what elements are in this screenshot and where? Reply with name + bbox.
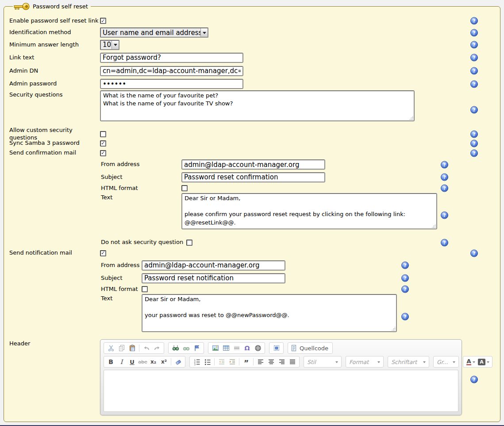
notification-text-textarea[interactable]: Dear Sir or Madam, your password was res… bbox=[142, 294, 397, 332]
help-icon[interactable]: ? bbox=[470, 106, 478, 114]
notification-html-format-checkbox[interactable] bbox=[142, 286, 148, 292]
strikethrough-button[interactable]: abe bbox=[138, 357, 148, 367]
help-icon[interactable]: ? bbox=[470, 376, 478, 383]
help-icon[interactable]: ? bbox=[470, 149, 478, 157]
align-left-icon[interactable] bbox=[255, 357, 265, 367]
replace-icon[interactable] bbox=[181, 343, 191, 353]
send-confirmation-mail-checkbox[interactable]: ✓ bbox=[100, 150, 106, 156]
help-icon[interactable]: ? bbox=[401, 262, 409, 269]
style-combo[interactable]: Stil bbox=[304, 356, 342, 368]
notification-from-label: From address bbox=[101, 262, 142, 269]
notification-subject-field[interactable] bbox=[142, 273, 285, 283]
italic-button[interactable]: I bbox=[116, 357, 127, 367]
align-justify-icon[interactable] bbox=[287, 357, 297, 367]
image-icon[interactable] bbox=[210, 343, 220, 353]
superscript-button[interactable]: x² bbox=[159, 357, 169, 367]
row-security-questions: Security questions What is the name of y… bbox=[9, 90, 498, 129]
bulleted-list-icon[interactable] bbox=[202, 357, 212, 367]
security-questions-textarea[interactable]: What is the name of your favourite pet? … bbox=[100, 90, 415, 121]
confirmation-from-field[interactable] bbox=[181, 159, 325, 170]
special-character-icon[interactable]: Ω bbox=[242, 343, 252, 353]
resize-handle-icon[interactable] bbox=[391, 326, 396, 331]
colors-group: A A bbox=[463, 356, 492, 368]
help-icon[interactable]: ? bbox=[470, 139, 478, 147]
allow-custom-questions-checkbox[interactable] bbox=[100, 131, 106, 137]
help-icon[interactable]: ? bbox=[401, 275, 409, 282]
help-icon[interactable]: ? bbox=[470, 17, 478, 25]
resize-handle-icon[interactable] bbox=[431, 224, 436, 228]
row-confirmation-from: From address ? bbox=[9, 158, 498, 171]
help-icon[interactable]: ? bbox=[401, 313, 409, 321]
source-button-label[interactable]: Quellcode bbox=[298, 345, 331, 352]
indent-icon[interactable] bbox=[227, 357, 237, 367]
send-notification-mail-checkbox[interactable]: ✓ bbox=[100, 250, 106, 256]
redo-icon[interactable] bbox=[152, 343, 162, 353]
help-icon[interactable]: ? bbox=[470, 130, 478, 138]
undo-icon[interactable] bbox=[141, 343, 151, 353]
outdent-icon[interactable] bbox=[216, 357, 227, 367]
editor-content-area[interactable] bbox=[104, 370, 458, 412]
toolbar-separator bbox=[239, 358, 239, 365]
help-icon[interactable]: ? bbox=[441, 185, 448, 192]
identification-method-select[interactable]: User name and email address bbox=[100, 27, 208, 38]
confirmation-text-textarea[interactable]: Dear Sir or Madam, please confirm your p… bbox=[181, 193, 437, 229]
horizontal-rule-icon[interactable] bbox=[231, 343, 242, 353]
align-right-icon[interactable] bbox=[277, 357, 287, 367]
min-answer-length-label: Minimum answer length bbox=[9, 41, 100, 48]
bold-button[interactable]: B bbox=[106, 357, 116, 367]
subscript-button[interactable]: x₂ bbox=[148, 357, 158, 367]
help-icon[interactable]: ? bbox=[441, 174, 448, 181]
align-center-icon[interactable] bbox=[266, 357, 276, 367]
help-icon[interactable]: ? bbox=[470, 29, 478, 36]
help-icon[interactable]: ? bbox=[470, 54, 478, 62]
security-questions-text: What is the name of your favourite pet? … bbox=[103, 92, 233, 107]
help-icon[interactable]: ? bbox=[401, 286, 409, 293]
admin-password-field[interactable] bbox=[100, 79, 243, 89]
table-icon[interactable] bbox=[221, 343, 231, 353]
cut-icon[interactable] bbox=[106, 343, 116, 353]
iframe-globe-icon[interactable] bbox=[253, 343, 263, 353]
confirmation-html-format-checkbox[interactable] bbox=[181, 185, 188, 191]
maximize-icon[interactable] bbox=[271, 343, 281, 353]
spellcheck-flag-icon[interactable] bbox=[192, 343, 202, 353]
font-size-combo[interactable]: Gr... bbox=[433, 356, 459, 368]
help-icon[interactable]: ? bbox=[470, 41, 478, 49]
text-color-button[interactable]: A bbox=[465, 357, 477, 367]
notification-text-label: Text bbox=[101, 294, 142, 302]
min-answer-length-select[interactable]: 10 bbox=[100, 40, 119, 50]
remove-format-icon[interactable] bbox=[173, 357, 183, 367]
find-icon[interactable] bbox=[170, 343, 181, 353]
sync-samba-checkbox[interactable]: ✓ bbox=[100, 140, 106, 147]
row-min-answer-length: Minimum answer length 10 ? bbox=[9, 39, 498, 51]
editor-toolbar-row2: B I U abe x₂ x² 123 bbox=[104, 356, 458, 368]
toolbar-separator bbox=[171, 358, 171, 365]
confirmation-subject-field[interactable] bbox=[181, 172, 325, 182]
notification-from-field[interactable] bbox=[142, 260, 285, 271]
background-color-button[interactable]: A bbox=[477, 357, 490, 367]
editor-toolbar-row1: Ω Quellcode bbox=[104, 342, 458, 354]
help-icon[interactable]: ? bbox=[470, 80, 478, 88]
help-icon[interactable]: ? bbox=[470, 249, 478, 257]
blockquote-button[interactable]: ” bbox=[241, 357, 251, 367]
row-notification-from: From address ? bbox=[9, 259, 498, 272]
admin-password-label: Admin password bbox=[9, 80, 100, 87]
resize-handle-icon[interactable] bbox=[409, 116, 413, 120]
row-identification-method: Identification method User name and emai… bbox=[9, 27, 498, 39]
source-icon[interactable] bbox=[290, 343, 298, 353]
paste-icon[interactable] bbox=[127, 343, 137, 353]
help-icon[interactable]: ? bbox=[441, 239, 448, 246]
underline-button[interactable]: U bbox=[127, 357, 137, 367]
help-icon[interactable]: ? bbox=[441, 161, 448, 168]
copy-icon[interactable] bbox=[116, 343, 127, 353]
confirmation-text-label: Text bbox=[101, 193, 181, 201]
enable-reset-checkbox[interactable]: ✓ bbox=[100, 18, 106, 24]
format-combo[interactable]: Format bbox=[346, 356, 384, 368]
help-icon[interactable]: ? bbox=[470, 67, 478, 75]
font-combo[interactable]: Schriftart bbox=[388, 356, 429, 368]
admin-dn-field[interactable] bbox=[100, 66, 243, 76]
numbered-list-icon[interactable]: 123 bbox=[192, 357, 202, 367]
skip-security-question-checkbox[interactable] bbox=[186, 240, 192, 246]
help-icon[interactable]: ? bbox=[441, 212, 448, 219]
link-text-field[interactable] bbox=[100, 53, 243, 63]
dropdown-arrow-icon bbox=[112, 41, 119, 49]
